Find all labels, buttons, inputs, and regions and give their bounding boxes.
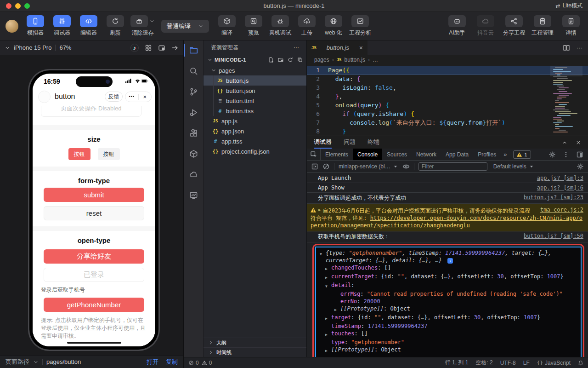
dock-side-icon[interactable] <box>576 151 583 158</box>
file-button-ttss[interactable]: #button.ttss <box>204 106 306 116</box>
console-log-message[interactable]: 分享面板调起成功，不代表分享成功button.js? [sm]:23 <box>307 193 588 204</box>
object-property-row[interactable]: errMsg: "Cannot read properties of undef… <box>320 290 577 298</box>
object-property-row[interactable]: errNo: 20000 <box>320 298 577 305</box>
toolbar-webify[interactable]: web 化 <box>322 15 345 37</box>
toolbar-douyin-cloud[interactable]: 抖音云 <box>474 15 497 37</box>
object-property-row[interactable]: type: "getphonenumber" <box>320 339 577 346</box>
file-app-ttss[interactable]: #app.ttss <box>204 136 306 146</box>
file-app-js[interactable]: JSapp.js <box>204 116 306 126</box>
bell-icon[interactable] <box>578 360 583 366</box>
file-project-config-json[interactable]: {}project.config.json <box>204 146 306 156</box>
devtools-tab-elements[interactable]: Elements <box>321 149 353 160</box>
run-debug-icon[interactable] <box>184 107 204 118</box>
console-source-link[interactable]: tma-core.js:2 <box>540 206 583 213</box>
folder-pages[interactable]: pages <box>204 65 306 75</box>
device-name[interactable]: iPhone 15 Pro <box>14 44 51 51</box>
indentation-setting[interactable]: 空格: 2 <box>475 359 492 367</box>
more-menu-button[interactable]: ••• <box>125 92 138 102</box>
file-button-ttml[interactable]: ≡button.ttml <box>204 96 306 106</box>
collapse-all-icon[interactable] <box>297 57 303 63</box>
toolbar-compile[interactable]: 编译 <box>215 15 238 37</box>
object-property-row[interactable]: ▶touches: [] <box>320 330 577 339</box>
devtools-tab-app-data[interactable]: App Data <box>441 149 473 160</box>
object-property-row[interactable]: ▶[[Prototype]]: Object <box>320 346 577 355</box>
chevron-down-icon[interactable] <box>33 359 39 365</box>
console-log-message[interactable]: 获取手机号的加密数据失败：button.js? [sm]:50 <box>307 231 588 242</box>
feedback-button[interactable]: 反馈 <box>105 92 123 102</box>
warning-count[interactable]: 0 <box>202 360 212 366</box>
page-path-value[interactable]: pages/button <box>46 358 81 365</box>
object-property-row[interactable]: ▼detail: <box>320 282 577 290</box>
close-app-button[interactable]: × <box>139 92 152 102</box>
object-property-row[interactable]: ▶[[Prototype]]: Object <box>320 305 577 314</box>
compile-mode-select[interactable]: 普通编译 <box>161 20 209 33</box>
toolbar-clear-cache[interactable]: 清除缓存 <box>130 15 155 37</box>
user-avatar[interactable] <box>6 20 18 33</box>
mini-primary-button[interactable]: 按钮 <box>68 148 90 160</box>
console-source-link[interactable]: app.js? [sm]:3 <box>537 175 583 181</box>
package-icon[interactable] <box>184 148 204 159</box>
panel-tab-调试器[interactable]: 调试器 <box>314 136 332 149</box>
toolbar-share-project[interactable]: 分享工程 <box>503 15 526 37</box>
triangle-icon[interactable]: ▶ <box>325 264 331 273</box>
triangle-icon[interactable]: ▼ <box>325 282 331 290</box>
close-window-button[interactable] <box>6 3 11 9</box>
toolbar-details[interactable]: 详情 <box>560 15 582 37</box>
object-property-row[interactable]: ▶target: {id: "", dataset: {…}, offsetLe… <box>320 314 577 322</box>
warning-badge[interactable]: 1 <box>513 150 531 159</box>
breadcrumb-more[interactable]: … <box>373 57 378 63</box>
file-app-json[interactable]: {}app.json <box>204 126 306 136</box>
minimize-window-button[interactable] <box>15 3 21 9</box>
object-property-row[interactable]: timeStamp: 17141.599999964237 <box>320 322 577 330</box>
devtools-tab-network[interactable]: Network <box>412 149 441 160</box>
close-tab-icon[interactable]: × <box>359 44 363 52</box>
devtools-tab-profiles[interactable]: Profiles <box>473 149 501 160</box>
code-area[interactable]: 1Page({2 data: {3 isLogin: false,4 },5 o… <box>307 65 588 136</box>
new-folder-icon[interactable] <box>278 57 283 63</box>
explorer-icon[interactable] <box>184 45 204 56</box>
open-path-button[interactable]: 打开 <box>147 358 158 366</box>
close-panel-icon[interactable] <box>576 140 581 145</box>
more-actions-icon[interactable]: ··· <box>577 44 582 51</box>
chevron-down-icon[interactable] <box>5 45 10 51</box>
console-warning-message[interactable]: tma-core.js:2▶自2023年6月6日起，平台会对用户授权页面进行严格… <box>307 204 588 231</box>
log-levels-selector[interactable]: Default levels <box>493 163 534 170</box>
toolbar-project-analysis[interactable]: 工程分析 <box>349 15 372 37</box>
toolbar-project-management[interactable]: 工程管理 <box>531 15 554 37</box>
triangle-icon[interactable]: ▶ <box>334 305 340 314</box>
toolbar-refresh[interactable]: 刷新 <box>104 15 127 37</box>
console-sidebar-icon[interactable] <box>311 163 318 170</box>
console-settings-icon[interactable] <box>577 163 584 170</box>
console-source-link[interactable]: app.js? [sm]:6 <box>537 184 583 191</box>
collapse-panel-icon[interactable] <box>562 140 567 145</box>
object-property-row[interactable]: ▶changedTouches: [] <box>320 264 577 273</box>
cursor-position[interactable]: 行 1, 列 1 <box>445 359 469 367</box>
eol-setting[interactable]: LF <box>523 360 530 366</box>
reset-button[interactable]: reset <box>44 206 144 220</box>
refresh-icon[interactable] <box>288 57 293 63</box>
copy-path-button[interactable]: 复制 <box>166 358 178 366</box>
toolbar-upload[interactable]: 上传 <box>295 15 318 37</box>
language-mode[interactable]: {} JavaScript <box>537 360 571 366</box>
maximize-window-button[interactable] <box>24 3 30 9</box>
object-property-row[interactable]: ▶currentTarget: {id: "", dataset: {…}, o… <box>320 273 577 282</box>
arrow-right-icon[interactable] <box>171 44 179 52</box>
panel-tab-问题[interactable]: 问题 <box>344 136 356 149</box>
cloud-icon[interactable] <box>184 169 204 180</box>
breadcrumb-folder[interactable]: pages <box>314 57 329 63</box>
more-tabs-icon[interactable]: » <box>501 149 509 160</box>
minimap[interactable] <box>552 66 581 134</box>
info-icon[interactable]: i <box>447 258 453 264</box>
inspect-element-icon[interactable] <box>307 149 321 160</box>
toolbar-device-debug[interactable]: 真机调试 <box>269 15 292 37</box>
toolbar-debugger[interactable]: 调试器 <box>51 15 74 37</box>
eye-icon[interactable] <box>402 163 410 170</box>
console-log-message[interactable]: App Showapp.js? [sm]:6 <box>307 183 588 193</box>
zoom-level[interactable]: 67% <box>59 44 71 51</box>
triangle-icon[interactable]: ▶ <box>325 330 331 339</box>
monitor-chart-icon[interactable] <box>184 190 204 201</box>
file-button-json[interactable]: {}button.json <box>204 86 306 96</box>
devtools-tab-sources[interactable]: Sources <box>382 149 412 160</box>
console-source-link[interactable]: button.js? [sm]:23 <box>524 194 583 201</box>
lite-mode-toggle[interactable]: ⇄ Lite模式 <box>556 2 582 10</box>
